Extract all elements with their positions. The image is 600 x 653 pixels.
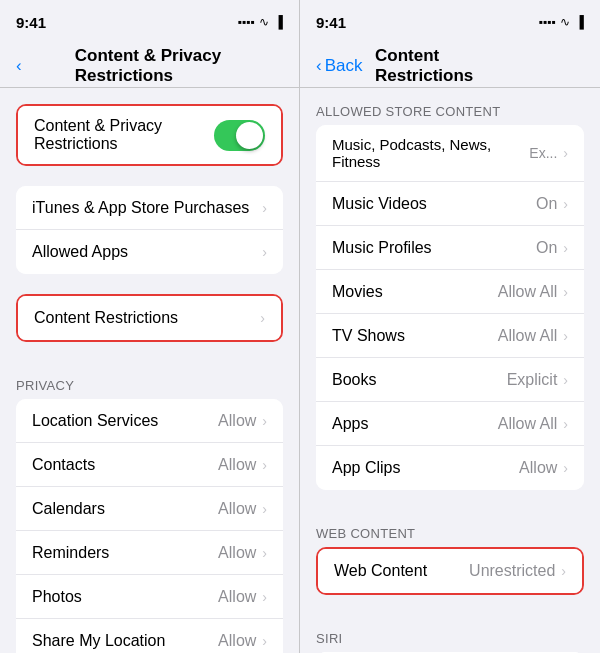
allowed-store-section: ALLOWED STORE CONTENT Music, Podcasts, N…	[300, 88, 600, 490]
back-label: Back	[325, 56, 363, 76]
status-bar-left: 9:41 ▪▪▪▪ ∿ ▐	[0, 0, 299, 44]
signal-icon-right: ▪▪▪▪	[538, 15, 555, 29]
location-services-row[interactable]: Location Services Allow ›	[16, 399, 283, 443]
content-restrictions-label: Content Restrictions	[34, 309, 260, 327]
web-content-section: WEB CONTENT Web Content Unrestricted ›	[300, 510, 600, 595]
toggle-label: Content & Privacy Restrictions	[34, 117, 214, 153]
allowed-apps-chevron: ›	[262, 244, 267, 260]
allowed-apps-label: Allowed Apps	[32, 243, 262, 261]
wifi-icon: ∿	[259, 15, 269, 29]
web-content-chevron: ›	[561, 563, 566, 579]
right-panel: 9:41 ▪▪▪▪ ∿ ▐ ‹ Back Content Restriction…	[300, 0, 600, 653]
page-title-right: Content Restrictions	[375, 46, 525, 86]
contacts-row[interactable]: Contacts Allow ›	[16, 443, 283, 487]
photos-chevron: ›	[262, 589, 267, 605]
chevron-left-icon: ‹	[16, 56, 22, 76]
calendars-value: Allow	[218, 500, 256, 518]
apps-row[interactable]: Apps Allow All ›	[316, 402, 584, 446]
music-profiles-row[interactable]: Music Profiles On ›	[316, 226, 584, 270]
left-scroll: Content & Privacy Restrictions iTunes & …	[0, 88, 299, 653]
reminders-chevron: ›	[262, 545, 267, 561]
itunes-label: iTunes & App Store Purchases	[32, 199, 262, 217]
right-scroll: ALLOWED STORE CONTENT Music, Podcasts, N…	[300, 88, 600, 653]
contacts-chevron: ›	[262, 457, 267, 473]
music-label: Music, Podcasts, News, Fitness	[332, 136, 529, 170]
reminders-label: Reminders	[32, 544, 218, 562]
music-videos-label: Music Videos	[332, 195, 536, 213]
tv-shows-row[interactable]: TV Shows Allow All ›	[316, 314, 584, 358]
privacy-group: Location Services Allow › Contacts Allow…	[16, 399, 283, 653]
status-bar-right: 9:41 ▪▪▪▪ ∿ ▐	[300, 0, 600, 44]
privacy-header: PRIVACY	[0, 362, 299, 399]
contacts-value: Allow	[218, 456, 256, 474]
status-icons-left: ▪▪▪▪ ∿ ▐	[237, 15, 283, 29]
movies-value: Allow All	[498, 283, 558, 301]
top-rows-group: iTunes & App Store Purchases › Allowed A…	[16, 186, 283, 274]
music-profiles-chevron: ›	[563, 240, 568, 256]
wifi-icon-right: ∿	[560, 15, 570, 29]
allowed-apps-row[interactable]: Allowed Apps ›	[16, 230, 283, 274]
status-time-right: 9:41	[316, 14, 346, 31]
left-panel: 9:41 ▪▪▪▪ ∿ ▐ ‹ Content & Privacy Restri…	[0, 0, 300, 653]
music-profiles-label: Music Profiles	[332, 239, 536, 257]
calendars-row[interactable]: Calendars Allow ›	[16, 487, 283, 531]
web-content-header: WEB CONTENT	[300, 510, 600, 547]
itunes-row[interactable]: iTunes & App Store Purchases ›	[16, 186, 283, 230]
photos-label: Photos	[32, 588, 218, 606]
books-label: Books	[332, 371, 507, 389]
books-value: Explicit	[507, 371, 558, 389]
back-button-right[interactable]: ‹ Back	[316, 56, 362, 76]
movies-label: Movies	[332, 283, 498, 301]
music-videos-chevron: ›	[563, 196, 568, 212]
app-clips-chevron: ›	[563, 460, 568, 476]
toggle-row[interactable]: Content & Privacy Restrictions	[18, 106, 281, 164]
reminders-row[interactable]: Reminders Allow ›	[16, 531, 283, 575]
calendars-label: Calendars	[32, 500, 218, 518]
status-icons-right: ▪▪▪▪ ∿ ▐	[538, 15, 584, 29]
share-location-value: Allow	[218, 632, 256, 650]
contacts-label: Contacts	[32, 456, 218, 474]
location-services-label: Location Services	[32, 412, 218, 430]
movies-chevron: ›	[563, 284, 568, 300]
books-row[interactable]: Books Explicit ›	[316, 358, 584, 402]
tv-shows-chevron: ›	[563, 328, 568, 344]
nav-bar-right: ‹ Back Content Restrictions	[300, 44, 600, 88]
tv-shows-label: TV Shows	[332, 327, 498, 345]
nav-bar-left: ‹ Content & Privacy Restrictions	[0, 44, 299, 88]
battery-icon: ▐	[274, 15, 283, 29]
toggle-knob	[236, 122, 263, 149]
battery-icon-right: ▐	[575, 15, 584, 29]
movies-row[interactable]: Movies Allow All ›	[316, 270, 584, 314]
music-chevron: ›	[563, 145, 568, 161]
siri-header: SIRI	[300, 615, 600, 652]
page-title-left: Content & Privacy Restrictions	[75, 46, 225, 86]
photos-value: Allow	[218, 588, 256, 606]
calendars-chevron: ›	[262, 501, 267, 517]
reminders-value: Allow	[218, 544, 256, 562]
music-videos-row[interactable]: Music Videos On ›	[316, 182, 584, 226]
share-location-row[interactable]: Share My Location Allow ›	[16, 619, 283, 653]
content-restrictions-row[interactable]: Content Restrictions ›	[18, 296, 281, 340]
app-clips-value: Allow	[519, 459, 557, 477]
siri-section: SIRI Web Search Content Allow › Explicit…	[300, 615, 600, 653]
apps-value: Allow All	[498, 415, 558, 433]
web-content-value: Unrestricted	[469, 562, 555, 580]
location-chevron: ›	[262, 413, 267, 429]
music-profiles-value: On	[536, 239, 557, 257]
back-button-left[interactable]: ‹	[16, 56, 22, 76]
content-restrictions-chevron: ›	[260, 310, 265, 326]
books-chevron: ›	[563, 372, 568, 388]
music-value: Ex...	[529, 145, 557, 161]
web-content-row[interactable]: Web Content Unrestricted ›	[318, 549, 582, 593]
app-clips-row[interactable]: App Clips Allow ›	[316, 446, 584, 490]
share-location-label: Share My Location	[32, 632, 218, 650]
privacy-section: PRIVACY Location Services Allow › Contac…	[0, 362, 299, 653]
location-services-value: Allow	[218, 412, 256, 430]
signal-icon: ▪▪▪▪	[237, 15, 254, 29]
privacy-toggle[interactable]	[214, 120, 265, 151]
music-row[interactable]: Music, Podcasts, News, Fitness Ex... ›	[316, 125, 584, 182]
photos-row[interactable]: Photos Allow ›	[16, 575, 283, 619]
allowed-store-header: ALLOWED STORE CONTENT	[300, 88, 600, 125]
app-clips-label: App Clips	[332, 459, 519, 477]
status-time-left: 9:41	[16, 14, 46, 31]
